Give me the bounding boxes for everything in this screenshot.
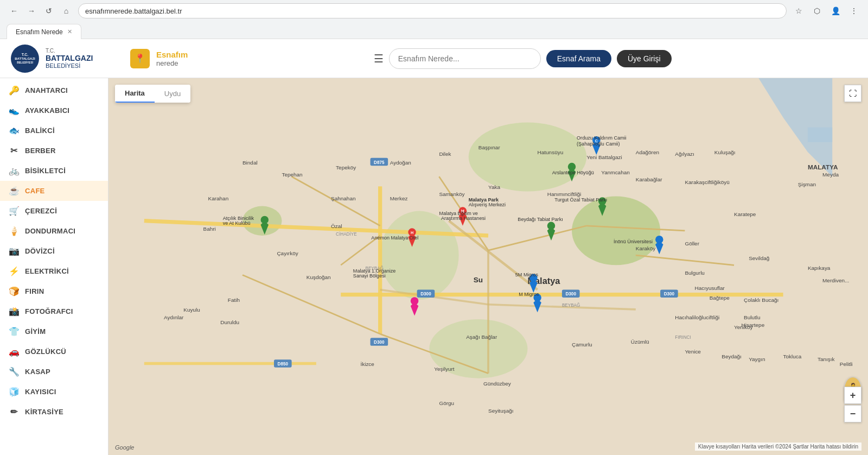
svg-text:Yanmcahan: Yanmcahan [601,169,629,175]
active-tab[interactable]: Esnafım Nerede ✕ [7,24,81,39]
sidebar-item-elektrikci[interactable]: ⚡ ELEKTRİKCİ [0,261,108,281]
tab-harita[interactable]: Harita [115,85,155,103]
svg-point-116 [655,236,663,243]
svg-text:Kuşdoğan: Kuşdoğan [307,274,331,280]
menu-button[interactable]: ⋮ [846,3,861,18]
menu-toggle-button[interactable]: ☰ [374,52,384,65]
tab-uydu[interactable]: Uydu [155,85,190,103]
svg-text:Bağtepe: Bağtepe [710,295,730,301]
browser-actions: ☆ ⬡ 👤 ⋮ [791,3,861,18]
menu-label-kirtasiye: KİRTASİYE [25,408,63,416]
map-svg: D875 D300 D300 D300 D850 D300 Bindal Tep… [108,78,868,455]
svg-text:Sevildağ: Sevildağ [749,255,769,261]
menu-icon-berber: ✂ [9,146,20,156]
zoom-in-button[interactable]: + [844,387,861,404]
sidebar-item-kayisici[interactable]: 🧊 KAYISICI [0,382,108,402]
sidebar-item-bisikletci[interactable]: 🚲 BİSİKLETCİ [0,161,108,181]
profile-button[interactable]: 👤 [828,3,843,18]
svg-text:Seyituşağı: Seyituşağı [488,408,513,414]
sidebar-item-gozlukcu[interactable]: 🚗 GÖZLÜKCÜ [0,342,108,362]
reload-button[interactable]: ↺ [41,3,56,18]
extension-button[interactable]: ⬡ [809,3,825,18]
sidebar-item-fotografci[interactable]: 📸 FOTOĞRAFCI [0,301,108,321]
svg-text:Aydınlar: Aydınlar [164,314,184,320]
menu-icon-anahtarci: 🔑 [9,85,20,96]
brand-nerede: nerede [156,59,188,67]
sidebar-menu: 🔑 ANAHTARCI 👟 AYAKKABICI 🐟 BALİKCİ ✂ BER… [0,78,108,424]
svg-text:İkizce: İkizce [360,361,374,367]
esnaf-arama-button[interactable]: Esnaf Arama [546,50,611,67]
svg-text:Bindal: Bindal [242,160,258,166]
sidebar-item-giyim[interactable]: 👕 GİYİM [0,321,108,342]
bookmark-button[interactable]: ☆ [791,3,806,18]
svg-point-2 [572,196,660,265]
home-button[interactable]: ⌂ [59,3,74,18]
sidebar-item-cerezci[interactable]: 🛒 ÇEREZCİ [0,201,108,221]
menu-icon-dondurmaci: 🍦 [9,226,20,236]
sidebar-item-dovizci[interactable]: 📷 DÖVİZCİ [0,241,108,261]
sidebar-item-ayakkabici[interactable]: 👟 AYAKKABICI [0,100,108,121]
tab-close[interactable]: ✕ [67,28,72,35]
svg-text:Beydağı: Beydağı [722,353,742,359]
menu-icon-giyim: 👕 [9,326,20,337]
svg-text:Yeni Battalgazi: Yeni Battalgazi [586,154,622,160]
menu-label-anahtarci: ANAHTARCI [25,86,68,94]
svg-text:5M Migros: 5M Migros [515,272,539,277]
menu-label-cerezci: ÇEREZCİ [25,207,57,215]
svg-text:Aşağı Bağlar: Aşağı Bağlar [466,334,497,340]
browser-tabs: Esnafım Nerede ✕ [0,22,868,39]
svg-text:Kapıkaya: Kapıkaya [808,265,831,271]
forward-button[interactable]: → [24,3,39,18]
menu-label-dovizci: DÖVİZCİ [25,247,55,255]
main-area: 🔑 ANAHTARCI 👟 AYAKKABICI 🐟 BALİKCİ ✂ BER… [0,78,868,455]
sidebar-item-kirtasiye[interactable]: ✏ KİRTASİYE [0,402,108,422]
logo-tc-label: T.C. [46,48,93,54]
address-bar[interactable]: esnafımnerede.battalgazi.bel.tr [78,3,787,18]
menu-icon-kayisici: 🧊 [9,387,20,397]
svg-text:Şahnahan: Şahnahan [331,195,355,201]
zoom-out-button[interactable]: − [844,405,861,422]
esnafim-brand: 📍 Esnafım nerede [130,49,188,68]
browser-nav-buttons: ← → ↺ ⌂ [7,3,74,18]
svg-text:D850: D850 [278,362,289,366]
browser-chrome: ← → ↺ ⌂ esnafımnerede.battalgazi.bel.tr … [0,0,868,39]
sidebar-item-berber[interactable]: ✂ BERBER [0,141,108,161]
battalgazi-emblem: T.C. BATTALGAZI BELEDİYESİ [11,45,39,73]
menu-icon-dovizci: 📷 [9,246,20,256]
svg-text:FIRINCI: FIRINCI [675,335,691,340]
svg-text:ve At Kulübü: ve At Kulübü [223,220,251,226]
svg-text:Karatepe: Karatepe [734,211,756,217]
uye-girisi-button[interactable]: Üye Girişi [617,50,672,67]
sidebar-item-firin[interactable]: 🍞 FIRIN [0,281,108,301]
svg-text:Şişman: Şişman [798,181,816,187]
svg-text:Su: Su [474,276,483,284]
svg-text:Tokluca: Tokluca [783,353,802,359]
sidebar-item-dondurmaci[interactable]: 🍦 DONDURMACI [0,221,108,241]
sidebar-item-balikci[interactable]: 🐟 BALİKCİ [0,121,108,141]
menu-label-firin: FIRIN [25,287,44,295]
sidebar-item-kasap[interactable]: 🔧 KASAP [0,362,108,382]
svg-text:(Şahaplıoğlu Camii): (Şahaplıoğlu Camii) [577,141,620,147]
menu-icon-ayakkabici: 👟 [9,105,20,116]
svg-text:Arslantepe Höyüğü: Arslantepe Höyüğü [552,170,594,175]
svg-text:Ağılyazı: Ağılyazı [675,151,694,157]
svg-text:Yaygın: Yaygın [749,356,765,362]
menu-icon-kirtasiye: ✏ [9,407,20,417]
header: T.C. BATTALGAZI BELEDİYESİ T.C. BATTALGA… [0,39,868,78]
svg-text:Kuluşağı: Kuluşağı [714,149,736,155]
tab-label: Esnafım Nerede [16,28,63,36]
sidebar-item-anahtarci[interactable]: 🔑 ANAHTARCI [0,80,108,100]
fullscreen-button[interactable]: ⛶ [844,85,861,102]
sidebar-item-cafe[interactable]: ☕ CAFE [0,181,108,201]
svg-text:Adağören: Adağören [636,149,659,155]
search-input[interactable] [389,48,541,69]
svg-rect-6 [808,128,832,142]
menu-label-berber: BERBER [25,147,56,155]
menu-label-cafe: CAFE [25,187,45,195]
menu-label-giyim: GİYİM [25,327,46,336]
menu-icon-fotografci: 📸 [9,306,20,317]
svg-text:Yenice: Yenice [685,349,701,355]
svg-text:Hatunsüyu: Hatunsüyu [538,149,564,155]
back-button[interactable]: ← [7,3,22,18]
svg-text:Başpınar: Başpınar [478,144,501,150]
